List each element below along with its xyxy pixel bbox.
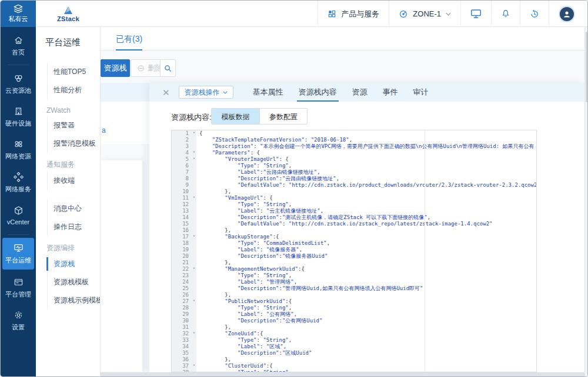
- fold-toggle-icon[interactable]: ▾: [193, 130, 195, 136]
- sidebar-item-settings[interactable]: 设置: [1, 305, 36, 336]
- chevron-down-icon: [223, 91, 228, 94]
- subsidebar-item-resource-stack[interactable]: 资源栈: [48, 255, 100, 273]
- fold-toggle-icon[interactable]: ▾: [193, 149, 195, 156]
- editor-code-line: "Description":"镜像服务器Uuid": [196, 253, 536, 260]
- editor-line-number: 11▾: [172, 195, 196, 201]
- sidebar-item-network-resource[interactable]: 网络资源: [1, 134, 36, 166]
- subsidebar-item-alarm[interactable]: 报警器: [48, 116, 100, 134]
- hardware-icon: [14, 106, 24, 116]
- sidebar-item-label: 平台管理: [5, 290, 31, 299]
- subsidebar-item-alarm-msg-template[interactable]: 报警消息模板: [48, 134, 100, 153]
- background-row-link[interactable]: a: [102, 126, 106, 134]
- editor-code-line: "ZoneUuid":{: [196, 331, 536, 337]
- editor-line-number: 17▾: [172, 234, 196, 240]
- sidebar-item-platform-ops[interactable]: 平台运维: [2, 238, 34, 270]
- subsidebar-group: 报警器报警消息模板: [47, 116, 100, 153]
- fold-toggle-icon[interactable]: ▾: [193, 233, 195, 240]
- subsidebar-group: 资源栈资源栈模板资源栈示例模板: [47, 255, 100, 309]
- background-table-card: a: [101, 83, 152, 144]
- subsidebar-item-operation-log[interactable]: 操作日志: [48, 218, 100, 236]
- network-service-icon: [14, 172, 24, 182]
- panel-tab-events[interactable]: 事件: [375, 83, 406, 102]
- secondary-sidebar-groups: 性能TOP5性能分析ZWatch报警器报警消息模板通知服务接收端消息中心操作日志…: [36, 63, 100, 309]
- fold-toggle-icon[interactable]: ▾: [193, 362, 195, 369]
- zstack-logo-mark: [62, 6, 74, 15]
- sidebar-item-label: 云资源池: [5, 86, 31, 95]
- sidebar-item-hardware[interactable]: 硬件设施: [1, 101, 36, 133]
- create-stack-button[interactable]: 资源栈: [101, 59, 130, 77]
- sidebar-item-home[interactable]: 首页: [1, 30, 36, 62]
- editor-line-number: 15: [172, 221, 196, 227]
- subsidebar-item-message-center[interactable]: 消息中心: [48, 200, 100, 218]
- fold-toggle-icon[interactable]: ▾: [193, 156, 195, 162]
- panel-tab-audit[interactable]: 审计: [406, 83, 436, 102]
- sidebar-item-vcenter[interactable]: vCenter: [1, 200, 36, 231]
- editor-code-line: {: [196, 130, 536, 137]
- editor-line-number: 35: [172, 350, 196, 356]
- notifications-button[interactable]: [491, 1, 520, 27]
- background-table-header: [101, 83, 152, 102]
- stack-detail-panel: ✕ 资源栈操作 基本属性资源栈内容资源事件审计 资源栈内容: 模板数据参数配置 …: [149, 83, 584, 372]
- sidebar-item-network-service[interactable]: 网络服务: [1, 167, 36, 198]
- stack-actions-label: 资源栈操作: [185, 87, 220, 97]
- products-services-menu[interactable]: 产品与服务: [318, 1, 389, 27]
- tab-existing[interactable]: 已有(3): [116, 27, 142, 51]
- panel-tab-basic-info[interactable]: 基本属性: [245, 83, 291, 102]
- fold-toggle-icon[interactable]: ▾: [193, 265, 195, 272]
- editor-code-line: "Label": "公有网络",: [196, 311, 536, 318]
- sidebar-item-platform-mgmt[interactable]: 平台管理: [1, 272, 36, 304]
- editor-code-line: "DefaultValue": "http://cdn.zstack.io/pr…: [196, 182, 536, 188]
- editor-line-number: 6: [172, 163, 196, 169]
- subsidebar-item-resource-stack-example[interactable]: 资源栈示例模板: [48, 291, 100, 309]
- private-cloud-brand[interactable]: 私有云: [1, 1, 36, 27]
- brand-label: 私有云: [9, 15, 28, 23]
- segment-template-data[interactable]: 模板数据: [212, 109, 259, 124]
- editor-code-line: },: [196, 227, 536, 234]
- subsidebar-group-header: 资源编排: [46, 243, 100, 253]
- editor-code-line: "Description": "本示例会创建一个简单的VPC网络，需要用户提供下…: [196, 143, 536, 150]
- editor-code-line: "Type": "String",: [196, 337, 536, 344]
- close-icon[interactable]: ✕: [162, 88, 170, 97]
- editor-code-line: },: [196, 260, 536, 266]
- fold-toggle-icon[interactable]: ▾: [193, 330, 195, 336]
- page-scrollbar[interactable]: [584, 27, 587, 376]
- stack-actions-dropdown[interactable]: 资源栈操作: [179, 86, 233, 99]
- subsidebar-item-resource-stack-template[interactable]: 资源栈模板: [48, 273, 100, 291]
- subsidebar-group: 性能TOP5性能分析: [47, 63, 100, 99]
- fold-toggle-icon[interactable]: ▾: [193, 194, 195, 201]
- subsidebar-item-perf-top5[interactable]: 性能TOP5: [48, 63, 100, 81]
- zone-selector[interactable]: ZONE-1: [389, 1, 460, 27]
- editor-line-number: 20: [172, 253, 196, 260]
- segment-parameter-config[interactable]: 参数配置: [259, 109, 307, 124]
- editor-line-number: 14: [172, 214, 196, 221]
- history-button[interactable]: [520, 1, 549, 27]
- subsidebar-group-header: ZWatch: [46, 106, 100, 115]
- subsidebar-item-receiver[interactable]: 接收端: [48, 171, 100, 190]
- home-icon: [14, 35, 24, 45]
- subsidebar-group: 消息中心操作日志: [47, 200, 100, 236]
- console-button[interactable]: [460, 1, 491, 27]
- user-menu[interactable]: [549, 1, 584, 27]
- sidebar-item-cloud-resource-pool[interactable]: 云资源池: [1, 68, 36, 100]
- editor-code-line: "Label": "镜像服务器",: [196, 247, 536, 253]
- panel-tab-stack-content[interactable]: 资源栈内容: [291, 83, 345, 102]
- scrollbar-thumb[interactable]: [586, 32, 587, 102]
- editor-line-number: 13: [172, 208, 196, 214]
- editor-code-line: "Description":"公有网络Uuid": [196, 318, 536, 324]
- minus-circle-icon: [137, 65, 145, 72]
- subsidebar-item-perf-analysis[interactable]: 性能分析: [48, 81, 100, 99]
- template-code-editor[interactable]: 1▾234▾5▾67891011▾121314151617▾1819202122…: [171, 130, 537, 372]
- primary-sidebar: 首页云资源池硬件设施网络资源网络服务vCenter平台运维平台管理设置: [1, 27, 36, 376]
- top-bar-actions: 产品与服务 ZONE-1: [318, 1, 584, 27]
- editor-line-number: 37▾: [172, 363, 196, 369]
- panel-tab-resources[interactable]: 资源: [345, 83, 375, 102]
- editor-code-line: "Description":"测试云主机镜像，请确定ZStack 可以下载下面链…: [196, 214, 536, 221]
- network-resource-icon: [14, 139, 24, 149]
- editor-code-line: "Label": "云主机镜像链接地址",: [196, 208, 536, 214]
- editor-code-line: "Parameters": {: [196, 150, 536, 156]
- fold-toggle-icon[interactable]: ▾: [193, 298, 195, 304]
- editor-line-number: 9: [172, 182, 196, 188]
- search-button[interactable]: [160, 59, 176, 77]
- settings-icon: [14, 310, 24, 320]
- editor-line-number: 24: [172, 279, 196, 285]
